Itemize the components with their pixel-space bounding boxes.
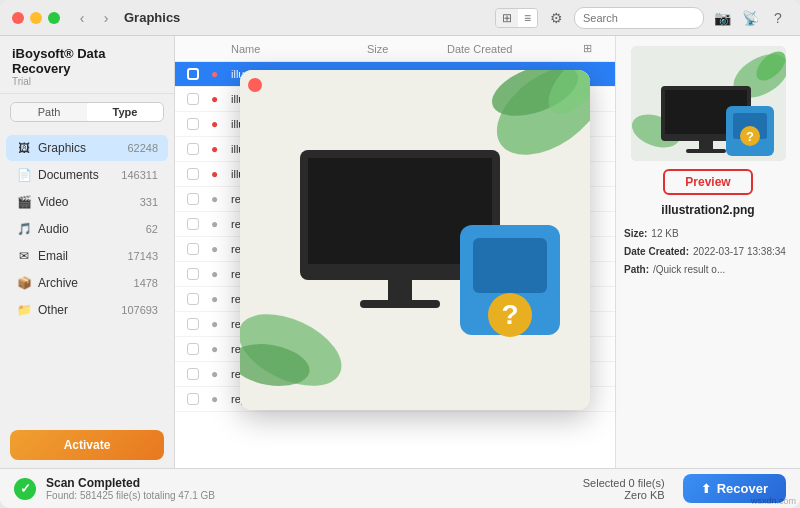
sidebar-header: iBoysoft® Data Recovery Trial <box>0 36 174 94</box>
sidebar-label-graphics: Graphics <box>38 141 123 155</box>
camera-icon[interactable]: 📷 <box>712 8 732 28</box>
row-checkbox[interactable] <box>187 193 211 205</box>
file-type-icon: ● <box>211 267 231 281</box>
large-preview-close-button[interactable] <box>248 78 262 92</box>
file-type-icon: ● <box>211 392 231 406</box>
row-checkbox[interactable] <box>187 243 211 255</box>
header-name: Name <box>231 43 367 55</box>
search-input[interactable] <box>574 7 704 29</box>
type-tab[interactable]: Type <box>87 103 163 121</box>
email-icon: ✉ <box>16 248 32 264</box>
filter-tabs: Path Type <box>10 102 164 122</box>
file-type-icon: ● <box>211 217 231 231</box>
forward-button[interactable]: › <box>96 8 116 28</box>
list-view-button[interactable]: ≡ <box>518 9 537 27</box>
sidebar: iBoysoft® Data Recovery Trial Path Type … <box>0 36 175 468</box>
file-type-icon: ● <box>211 317 231 331</box>
maximize-button[interactable] <box>48 12 60 24</box>
sidebar-item-other[interactable]: 📁 Other 107693 <box>6 297 168 323</box>
selected-info: Selected 0 file(s) Zero KB <box>583 477 665 501</box>
file-type-icon: ● <box>211 342 231 356</box>
file-type-icon: ● <box>211 242 231 256</box>
row-checkbox[interactable] <box>187 218 211 230</box>
row-checkbox[interactable] <box>187 293 211 305</box>
row-checkbox[interactable] <box>187 93 211 105</box>
sidebar-count-documents: 146311 <box>121 169 158 181</box>
sidebar-count-audio: 62 <box>146 223 158 235</box>
svg-rect-5 <box>699 141 713 149</box>
row-checkbox[interactable] <box>187 143 211 155</box>
file-type-icon: ● <box>211 117 231 131</box>
file-type-icon: ● <box>211 142 231 156</box>
close-button[interactable] <box>12 12 24 24</box>
preview-button[interactable]: Preview <box>663 169 752 195</box>
sidebar-item-archive[interactable]: 📦 Archive 1478 <box>6 270 168 296</box>
minimize-button[interactable] <box>30 12 42 24</box>
audio-icon: 🎵 <box>16 221 32 237</box>
file-type-icon: ● <box>211 367 231 381</box>
toolbar-icons: ⊞ ≡ ⚙ 📷 📡 ? <box>495 7 788 29</box>
activate-button[interactable]: Activate <box>10 430 164 460</box>
back-button[interactable]: ‹ <box>72 8 92 28</box>
row-checkbox[interactable] <box>187 118 211 130</box>
window-title: Graphics <box>124 10 180 25</box>
size-label: Size: <box>624 225 647 243</box>
row-checkbox[interactable] <box>187 343 211 355</box>
path-value: /Quick result o... <box>653 261 725 279</box>
file-type-icon: ● <box>211 92 231 106</box>
size-value: 12 KB <box>651 225 678 243</box>
scan-text: Scan Completed Found: 581425 file(s) tot… <box>46 476 573 501</box>
grid-view-button[interactable]: ⊞ <box>496 9 518 27</box>
row-checkbox[interactable] <box>187 368 211 380</box>
view-toggle: ⊞ ≡ <box>495 8 538 28</box>
row-checkbox[interactable] <box>187 68 211 80</box>
row-checkbox[interactable] <box>187 393 211 405</box>
sidebar-label-email: Email <box>38 249 123 263</box>
row-checkbox[interactable] <box>187 268 211 280</box>
sidebar-label-video: Video <box>38 195 136 209</box>
archive-icon: 📦 <box>16 275 32 291</box>
sidebar-item-documents[interactable]: 📄 Documents 146311 <box>6 162 168 188</box>
other-icon: 📁 <box>16 302 32 318</box>
filter-icon[interactable]: ⚙ <box>546 8 566 28</box>
help-icon[interactable]: ? <box>768 8 788 28</box>
preview-meta: Size: 12 KB Date Created: 2022-03-17 13:… <box>624 225 792 279</box>
path-tab[interactable]: Path <box>11 103 87 121</box>
header-size: Size <box>367 43 447 55</box>
file-type-icon: ● <box>211 192 231 206</box>
sidebar-count-other: 107693 <box>121 304 158 316</box>
nav-controls: ‹ › <box>72 8 116 28</box>
file-type-icon: ● <box>211 167 231 181</box>
title-bar: ‹ › Graphics ⊞ ≡ ⚙ 📷 📡 ? <box>0 0 800 36</box>
preview-panel: ? Preview illustration2.png Size: 12 KB … <box>615 36 800 468</box>
date-value: 2022-03-17 13:38:34 <box>693 243 786 261</box>
sidebar-label-documents: Documents <box>38 168 117 182</box>
svg-rect-19 <box>388 280 412 300</box>
file-list-header: Name Size Date Created ⊞ <box>175 36 615 62</box>
video-icon: 🎬 <box>16 194 32 210</box>
preview-thumbnail: ? <box>631 46 786 161</box>
svg-rect-20 <box>360 300 440 308</box>
selected-files-size: Zero KB <box>583 489 665 501</box>
sidebar-count-graphics: 62248 <box>127 142 158 154</box>
status-bar: ✓ Scan Completed Found: 581425 file(s) t… <box>0 468 800 508</box>
file-type-icon: ● <box>211 67 231 81</box>
sidebar-items: 🖼 Graphics 62248 📄 Documents 146311 🎬 Vi… <box>0 130 174 422</box>
svg-rect-22 <box>473 238 547 293</box>
sidebar-item-email[interactable]: ✉ Email 17143 <box>6 243 168 269</box>
date-label: Date Created: <box>624 243 689 261</box>
preview-image: ? <box>631 46 786 161</box>
row-checkbox[interactable] <box>187 168 211 180</box>
selected-files-count: Selected 0 file(s) <box>583 477 665 489</box>
scan-subtitle: Found: 581425 file(s) totaling 47.1 GB <box>46 490 573 501</box>
row-checkbox[interactable] <box>187 318 211 330</box>
svg-text:?: ? <box>501 299 518 330</box>
svg-rect-6 <box>686 149 726 153</box>
svg-text:?: ? <box>746 129 754 144</box>
sidebar-item-audio[interactable]: 🎵 Audio 62 <box>6 216 168 242</box>
documents-icon: 📄 <box>16 167 32 183</box>
sidebar-item-graphics[interactable]: 🖼 Graphics 62248 <box>6 135 168 161</box>
header-date: Date Created <box>447 43 583 55</box>
preview-filename: illustration2.png <box>661 203 754 217</box>
sidebar-item-video[interactable]: 🎬 Video 331 <box>6 189 168 215</box>
